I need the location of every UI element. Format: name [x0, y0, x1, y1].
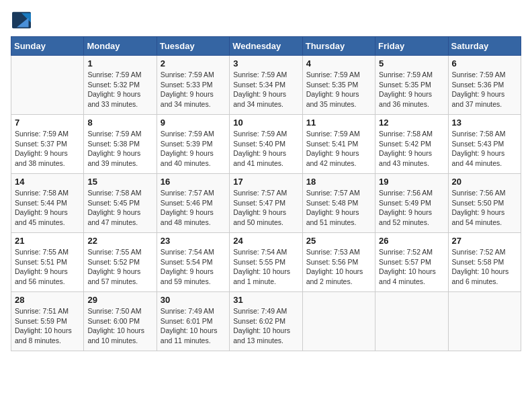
- day-info: Sunrise: 7:56 AM Sunset: 5:49 PM Dayligh…: [379, 188, 444, 228]
- calendar-cell: 3Sunrise: 7:59 AM Sunset: 5:34 PM Daylig…: [230, 56, 302, 115]
- calendar-cell: 2Sunrise: 7:59 AM Sunset: 5:33 PM Daylig…: [157, 56, 229, 115]
- day-info: Sunrise: 7:59 AM Sunset: 5:34 PM Dayligh…: [233, 70, 298, 109]
- day-info: Sunrise: 7:59 AM Sunset: 5:38 PM Dayligh…: [87, 129, 152, 169]
- day-header-saturday: Saturday: [448, 37, 521, 56]
- day-info: Sunrise: 7:59 AM Sunset: 5:39 PM Dayligh…: [161, 129, 226, 169]
- calendar-cell: 10Sunrise: 7:59 AM Sunset: 5:40 PM Dayli…: [230, 115, 302, 174]
- day-number: 30: [161, 295, 226, 305]
- day-header-sunday: Sunday: [11, 37, 84, 56]
- day-info: Sunrise: 7:59 AM Sunset: 5:41 PM Dayligh…: [306, 129, 371, 169]
- day-number: 18: [306, 177, 371, 187]
- day-number: 14: [15, 177, 80, 187]
- day-number: 31: [233, 295, 298, 305]
- calendar-cell: 22Sunrise: 7:55 AM Sunset: 5:52 PM Dayli…: [84, 233, 157, 292]
- day-info: Sunrise: 7:51 AM Sunset: 5:59 PM Dayligh…: [15, 306, 80, 346]
- day-info: Sunrise: 7:58 AM Sunset: 5:44 PM Dayligh…: [15, 188, 80, 228]
- day-header-monday: Monday: [84, 37, 157, 56]
- calendar-cell: 28Sunrise: 7:51 AM Sunset: 5:59 PM Dayli…: [11, 292, 84, 351]
- calendar-cell: 6Sunrise: 7:59 AM Sunset: 5:36 PM Daylig…: [448, 56, 521, 115]
- calendar-cell: 31Sunrise: 7:49 AM Sunset: 6:02 PM Dayli…: [230, 292, 302, 351]
- day-number: 4: [306, 58, 371, 68]
- calendar-cell: 8Sunrise: 7:59 AM Sunset: 5:38 PM Daylig…: [84, 115, 157, 174]
- day-info: Sunrise: 7:59 AM Sunset: 5:35 PM Dayligh…: [379, 70, 444, 109]
- day-info: Sunrise: 7:58 AM Sunset: 5:45 PM Dayligh…: [87, 188, 152, 228]
- calendar-cell: [448, 292, 521, 351]
- calendar-cell: [375, 292, 448, 351]
- calendar-cell: 19Sunrise: 7:56 AM Sunset: 5:49 PM Dayli…: [375, 174, 448, 233]
- day-header-thursday: Thursday: [302, 37, 375, 56]
- day-info: Sunrise: 7:49 AM Sunset: 6:02 PM Dayligh…: [233, 306, 298, 346]
- day-info: Sunrise: 7:58 AM Sunset: 5:42 PM Dayligh…: [379, 129, 444, 169]
- calendar-cell: 13Sunrise: 7:58 AM Sunset: 5:43 PM Dayli…: [448, 115, 521, 174]
- day-number: 15: [87, 177, 152, 187]
- calendar-cell: 11Sunrise: 7:59 AM Sunset: 5:41 PM Dayli…: [302, 115, 375, 174]
- day-number: 21: [15, 236, 80, 246]
- day-number: 3: [233, 58, 298, 68]
- day-number: 17: [233, 177, 298, 187]
- calendar-cell: 25Sunrise: 7:53 AM Sunset: 5:56 PM Dayli…: [302, 233, 375, 292]
- calendar-cell: [11, 56, 84, 115]
- day-number: 28: [15, 295, 80, 305]
- day-info: Sunrise: 7:53 AM Sunset: 5:56 PM Dayligh…: [306, 247, 371, 287]
- day-number: 10: [233, 118, 298, 128]
- day-info: Sunrise: 7:59 AM Sunset: 5:32 PM Dayligh…: [87, 70, 152, 109]
- day-number: 27: [452, 236, 517, 246]
- calendar-week-row: 21Sunrise: 7:55 AM Sunset: 5:51 PM Dayli…: [11, 233, 521, 292]
- page-header: [11, 11, 521, 30]
- day-info: Sunrise: 7:58 AM Sunset: 5:43 PM Dayligh…: [452, 129, 517, 169]
- calendar-cell: 30Sunrise: 7:49 AM Sunset: 6:01 PM Dayli…: [157, 292, 229, 351]
- day-header-tuesday: Tuesday: [157, 37, 229, 56]
- day-number: 25: [306, 236, 371, 246]
- calendar-cell: 17Sunrise: 7:57 AM Sunset: 5:47 PM Dayli…: [230, 174, 302, 233]
- day-number: 8: [87, 118, 152, 128]
- calendar-cell: 21Sunrise: 7:55 AM Sunset: 5:51 PM Dayli…: [11, 233, 84, 292]
- day-info: Sunrise: 7:57 AM Sunset: 5:47 PM Dayligh…: [233, 188, 298, 228]
- logo: [11, 11, 34, 30]
- day-number: 22: [87, 236, 152, 246]
- calendar-week-row: 7Sunrise: 7:59 AM Sunset: 5:37 PM Daylig…: [11, 115, 521, 174]
- day-number: 9: [161, 118, 226, 128]
- day-number: 11: [306, 118, 371, 128]
- day-number: 20: [452, 177, 517, 187]
- day-info: Sunrise: 7:54 AM Sunset: 5:54 PM Dayligh…: [161, 247, 226, 287]
- calendar-table: SundayMondayTuesdayWednesdayThursdayFrid…: [11, 36, 521, 351]
- calendar-cell: 20Sunrise: 7:56 AM Sunset: 5:50 PM Dayli…: [448, 174, 521, 233]
- calendar-cell: 15Sunrise: 7:58 AM Sunset: 5:45 PM Dayli…: [84, 174, 157, 233]
- calendar-cell: 5Sunrise: 7:59 AM Sunset: 5:35 PM Daylig…: [375, 56, 448, 115]
- day-info: Sunrise: 7:54 AM Sunset: 5:55 PM Dayligh…: [233, 247, 298, 287]
- calendar-cell: 23Sunrise: 7:54 AM Sunset: 5:54 PM Dayli…: [157, 233, 229, 292]
- day-number: 1: [87, 58, 152, 68]
- calendar-cell: 26Sunrise: 7:52 AM Sunset: 5:57 PM Dayli…: [375, 233, 448, 292]
- day-number: 7: [15, 118, 80, 128]
- day-info: Sunrise: 7:59 AM Sunset: 5:40 PM Dayligh…: [233, 129, 298, 169]
- calendar-cell: [302, 292, 375, 351]
- day-header-wednesday: Wednesday: [230, 37, 302, 56]
- day-info: Sunrise: 7:59 AM Sunset: 5:33 PM Dayligh…: [161, 70, 226, 109]
- day-number: 2: [161, 58, 226, 68]
- calendar-cell: 24Sunrise: 7:54 AM Sunset: 5:55 PM Dayli…: [230, 233, 302, 292]
- calendar-cell: 29Sunrise: 7:50 AM Sunset: 6:00 PM Dayli…: [84, 292, 157, 351]
- day-info: Sunrise: 7:49 AM Sunset: 6:01 PM Dayligh…: [161, 306, 226, 346]
- logo-icon: [11, 11, 32, 30]
- calendar-cell: 14Sunrise: 7:58 AM Sunset: 5:44 PM Dayli…: [11, 174, 84, 233]
- day-number: 16: [161, 177, 226, 187]
- day-number: 6: [452, 58, 517, 68]
- day-number: 23: [161, 236, 226, 246]
- day-number: 12: [379, 118, 444, 128]
- day-number: 26: [379, 236, 444, 246]
- calendar-cell: 16Sunrise: 7:57 AM Sunset: 5:46 PM Dayli…: [157, 174, 229, 233]
- day-info: Sunrise: 7:50 AM Sunset: 6:00 PM Dayligh…: [87, 306, 152, 346]
- day-number: 24: [233, 236, 298, 246]
- day-info: Sunrise: 7:56 AM Sunset: 5:50 PM Dayligh…: [452, 188, 517, 228]
- day-info: Sunrise: 7:55 AM Sunset: 5:51 PM Dayligh…: [15, 247, 80, 287]
- calendar-cell: 12Sunrise: 7:58 AM Sunset: 5:42 PM Dayli…: [375, 115, 448, 174]
- day-info: Sunrise: 7:59 AM Sunset: 5:35 PM Dayligh…: [306, 70, 371, 109]
- calendar-week-row: 14Sunrise: 7:58 AM Sunset: 5:44 PM Dayli…: [11, 174, 521, 233]
- calendar-week-row: 28Sunrise: 7:51 AM Sunset: 5:59 PM Dayli…: [11, 292, 521, 351]
- calendar-cell: 27Sunrise: 7:52 AM Sunset: 5:58 PM Dayli…: [448, 233, 521, 292]
- calendar-cell: 7Sunrise: 7:59 AM Sunset: 5:37 PM Daylig…: [11, 115, 84, 174]
- calendar-cell: 4Sunrise: 7:59 AM Sunset: 5:35 PM Daylig…: [302, 56, 375, 115]
- day-info: Sunrise: 7:57 AM Sunset: 5:48 PM Dayligh…: [306, 188, 371, 228]
- calendar-header-row: SundayMondayTuesdayWednesdayThursdayFrid…: [11, 37, 521, 56]
- day-header-friday: Friday: [375, 37, 448, 56]
